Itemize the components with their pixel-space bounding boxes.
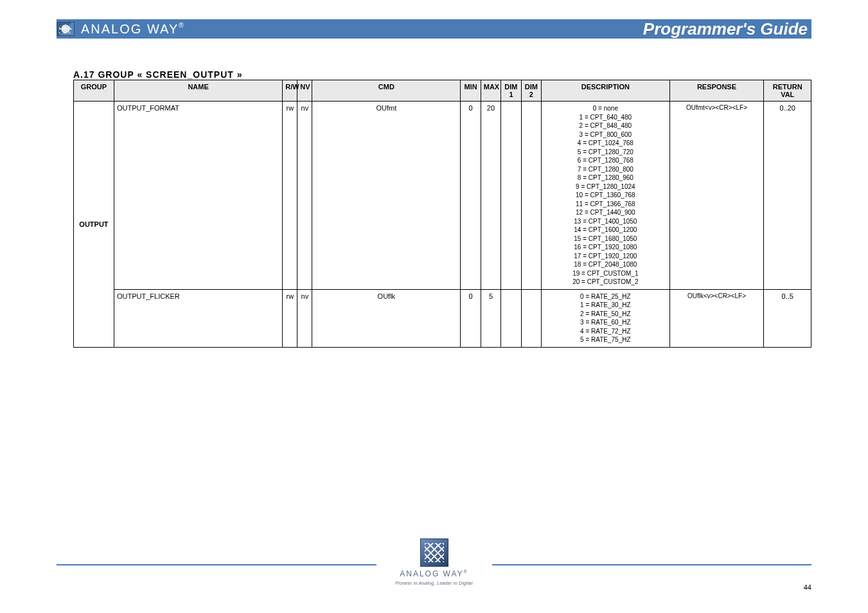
header-bar: ANALOG WAY® Programmer's Guide — [57, 19, 811, 39]
col-header: NAME — [114, 80, 282, 102]
header-left: ANALOG WAY® — [57, 22, 185, 37]
col-header: MAX — [481, 80, 500, 102]
table-row: OUTPUTOUTPUT_FORMATrwnvOUfmt0200 = none1… — [74, 102, 811, 290]
cell: OUfmt<v><CR><LF> — [669, 102, 764, 290]
table-row: OUTPUT_FLICKERrwnvOUflk050 = RATE_25_HZ1… — [74, 289, 811, 347]
brand-name: ANALOG WAY® — [81, 22, 185, 37]
cell: OUTPUT_FORMAT — [114, 102, 282, 290]
cell: 0 = none1 = CPT_640_4802 = CPT_848_4803 … — [542, 102, 669, 290]
cell: OUTPUT_FLICKER — [114, 289, 282, 347]
cell — [521, 102, 541, 290]
cell: 0..5 — [764, 289, 811, 347]
cell: OUflk<v><CR><LF> — [669, 289, 764, 347]
footer-rule-right — [492, 564, 812, 565]
cell: rw — [283, 289, 297, 347]
section-caption: A.17 GROUP « SCREEN_OUTPUT » — [73, 69, 811, 80]
group-cell: OUTPUT — [74, 102, 114, 348]
cell: 0 — [461, 289, 481, 347]
brand-cube-icon — [420, 538, 448, 567]
col-header: CMD — [312, 80, 461, 102]
cell: OUflk — [312, 289, 461, 347]
command-table: GROUPNAMER/WNVCMDMINMAXDIM 1DIM 2DESCRIP… — [73, 80, 811, 348]
col-header: DIM 1 — [501, 80, 521, 102]
table-header: GROUPNAMER/WNVCMDMINMAXDIM 1DIM 2DESCRIP… — [74, 80, 811, 102]
col-header: DESCRIPTION — [542, 80, 669, 102]
footer-tagline: Pioneer in Analog, Leader in Digital — [395, 581, 472, 585]
table-zone: A.17 GROUP « SCREEN_OUTPUT » GROUPNAMER/… — [73, 69, 811, 348]
col-header: DIM 2 — [521, 80, 541, 102]
cell: nv — [297, 289, 312, 347]
cell: 0 = RATE_25_HZ1 = RATE_30_HZ2 = RATE_50_… — [542, 289, 669, 347]
cell: rw — [283, 102, 297, 290]
cell: 0..20 — [764, 102, 811, 290]
document-title: Programmer's Guide — [643, 19, 808, 39]
footer-rule-left — [57, 564, 376, 565]
cell: nv — [297, 102, 312, 290]
footer-logo: ANALOG WAY® Pioneer in Analog, Leader in… — [390, 538, 477, 585]
col-header: R/W — [283, 80, 297, 102]
brand-logo-icon — [57, 22, 75, 36]
page-number: 44 — [804, 583, 811, 591]
footer-brand: ANALOG WAY® — [400, 569, 468, 578]
col-header: RESPONSE — [669, 80, 764, 102]
cell: 5 — [481, 289, 500, 347]
col-header: GROUP — [74, 80, 114, 102]
cell — [501, 102, 521, 290]
cell: OUfmt — [312, 102, 461, 290]
page-footer: ANALOG WAY® Pioneer in Analog, Leader in… — [57, 529, 811, 594]
col-header: MIN — [461, 80, 481, 102]
col-header: RETURN VAL — [764, 80, 811, 102]
document-page: ANALOG WAY® Programmer's Guide A.17 GROU… — [0, 0, 868, 613]
cell — [501, 289, 521, 347]
cell: 0 — [461, 102, 481, 290]
cell: 20 — [481, 102, 500, 290]
col-header: NV — [297, 80, 312, 102]
cell — [521, 289, 541, 347]
